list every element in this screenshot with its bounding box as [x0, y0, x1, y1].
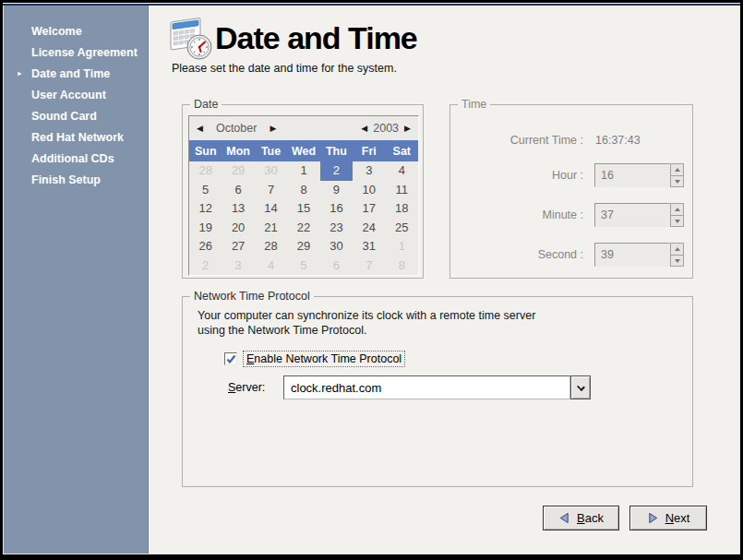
date-section: Date ◀ October ▶ ◀ 2003 ▶ SunMonTueWedTh… [182, 104, 424, 279]
minute-down-button[interactable] [671, 215, 683, 226]
setup-agent-window: ‣Welcome‣License Agreement‣Date and Time… [3, 3, 740, 554]
calendar-day[interactable]: 2 [189, 256, 222, 276]
current-step-arrow-icon: ‣ [17, 64, 22, 85]
calendar-day[interactable]: 30 [255, 161, 287, 181]
time-legend: Time [458, 98, 490, 111]
calendar-day[interactable]: 30 [320, 237, 353, 256]
calendar-day[interactable]: 29 [287, 237, 319, 256]
date-legend: Date [190, 98, 222, 111]
calendar-day[interactable]: 4 [386, 161, 418, 181]
ntp-description-line1: Your computer can synchronize its clock … [198, 309, 535, 322]
sidebar-item-date-and-time: ‣Date and Time [4, 64, 148, 85]
calendar-day[interactable]: 7 [353, 256, 385, 276]
calendar-day-selected[interactable]: 2 [320, 161, 353, 181]
second-input[interactable] [594, 243, 670, 267]
calendar-day[interactable]: 10 [353, 181, 385, 200]
minute-up-button[interactable] [671, 204, 683, 215]
prev-year-button[interactable]: ◀ [361, 124, 367, 133]
minute-input[interactable] [594, 203, 670, 227]
calendar-day[interactable]: 5 [189, 181, 222, 200]
calendar-day[interactable]: 27 [222, 237, 254, 256]
calendar-day[interactable]: 4 [255, 256, 287, 276]
calendar-day[interactable]: 28 [189, 161, 222, 181]
next-month-button[interactable]: ▶ [270, 124, 276, 133]
sidebar: ‣Welcome‣License Agreement‣Date and Time… [4, 6, 149, 554]
sidebar-item-sound-card: ‣Sound Card [4, 106, 148, 127]
hour-down-button[interactable] [671, 175, 683, 186]
back-arrow-icon [558, 512, 570, 524]
calendar-grid: 2829301234567891011121314151617181920212… [189, 161, 418, 275]
weekday-label: Tue [255, 145, 287, 158]
calendar-day[interactable]: 17 [353, 199, 385, 219]
next-button-label: Next [665, 511, 690, 525]
calendar-day[interactable]: 29 [222, 161, 254, 181]
prev-month-button[interactable]: ◀ [197, 124, 203, 133]
calendar-day[interactable]: 11 [386, 181, 418, 200]
sidebar-item-label: Sound Card [31, 110, 97, 123]
sidebar-item-label: Red Hat Network [31, 131, 124, 144]
calendar-day[interactable]: 6 [320, 256, 353, 276]
sidebar-item-label: License Agreement [31, 46, 138, 59]
sidebar-item-label: Finish Setup [31, 173, 101, 186]
server-input[interactable] [283, 375, 570, 399]
hour-up-button[interactable] [671, 164, 683, 175]
second-up-button[interactable] [671, 244, 683, 255]
calendar-day[interactable]: 5 [287, 256, 319, 276]
hour-label: Hour : [552, 169, 583, 182]
next-year-button[interactable]: ▶ [404, 124, 411, 133]
server-dropdown-button[interactable] [570, 375, 591, 399]
calendar-day[interactable]: 19 [189, 219, 222, 238]
sidebar-item-red-hat-network: ‣Red Hat Network [4, 127, 148, 149]
calendar-day[interactable]: 13 [222, 199, 254, 219]
calendar-day[interactable]: 3 [222, 256, 254, 276]
next-button[interactable]: Next [629, 506, 707, 530]
checkmark-icon [226, 354, 236, 364]
second-down-button[interactable] [671, 255, 683, 266]
calendar-day[interactable]: 6 [222, 181, 254, 200]
sidebar-item-label: Date and Time [31, 67, 110, 80]
calendar-day[interactable]: 3 [353, 161, 385, 181]
calendar: ◀ October ▶ ◀ 2003 ▶ SunMonTueWedThuFriS… [188, 115, 419, 276]
calendar-day[interactable]: 14 [255, 199, 287, 219]
calendar-day[interactable]: 28 [255, 237, 287, 256]
enable-ntp-label[interactable]: Enable Network Time Protocol [243, 351, 405, 367]
calendar-day[interactable]: 26 [189, 237, 222, 256]
calendar-day[interactable]: 24 [353, 219, 385, 238]
calendar-day[interactable]: 15 [287, 199, 319, 219]
calendar-day[interactable]: 8 [386, 256, 418, 276]
ntp-section: Network Time Protocol Your computer can … [182, 296, 693, 487]
weekday-label: Sat [386, 145, 418, 158]
weekday-label: Wed [287, 145, 319, 158]
calendar-day[interactable]: 1 [386, 237, 418, 256]
calendar-day[interactable]: 31 [353, 237, 385, 256]
calendar-day[interactable]: 1 [287, 161, 319, 181]
calendar-day[interactable]: 25 [386, 219, 418, 238]
calendar-day[interactable]: 16 [320, 199, 353, 219]
enable-ntp-checkbox[interactable] [224, 352, 237, 365]
calendar-day[interactable]: 9 [320, 181, 353, 200]
back-button[interactable]: Back [543, 506, 619, 530]
calendar-day[interactable]: 12 [189, 199, 222, 219]
calendar-day[interactable]: 18 [386, 199, 418, 219]
calendar-day[interactable]: 20 [222, 219, 254, 238]
chevron-down-icon [577, 383, 585, 391]
calendar-month-label: October [216, 122, 257, 135]
calendar-day[interactable]: 21 [255, 219, 287, 238]
calendar-weekday-row: SunMonTueWedThuFriSat [189, 140, 418, 161]
calendar-day[interactable]: 22 [287, 219, 319, 238]
sidebar-item-label: Additional CDs [31, 152, 114, 165]
current-time-value: 16:37:43 [595, 134, 641, 147]
time-section: Time Current Time : 16:37:43 Hour : Minu… [449, 104, 693, 279]
calendar-year-label: 2003 [373, 122, 399, 135]
hour-input[interactable] [594, 163, 670, 187]
calendar-day[interactable]: 8 [287, 181, 319, 200]
calendar-day[interactable]: 23 [320, 219, 353, 238]
sidebar-item-welcome: ‣Welcome [4, 21, 148, 42]
weekday-label: Fri [353, 145, 385, 158]
weekday-label: Thu [320, 145, 353, 158]
page-title: Date and Time [215, 20, 417, 56]
server-label: Server: [228, 381, 265, 394]
page-subtitle: Please set the date and time for the sys… [172, 62, 397, 75]
weekday-label: Mon [222, 145, 254, 158]
calendar-day[interactable]: 7 [255, 181, 287, 200]
